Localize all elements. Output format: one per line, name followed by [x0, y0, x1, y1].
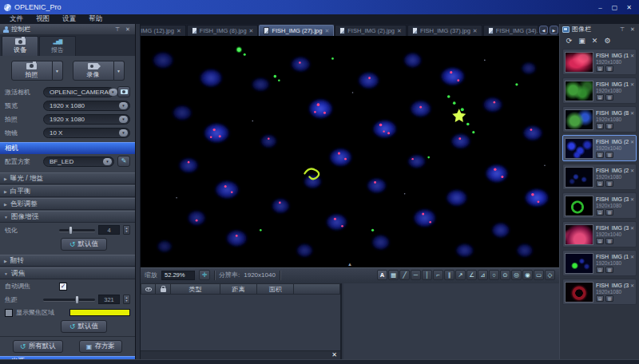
- rectangle-tool[interactable]: ▭: [534, 270, 544, 280]
- save-image-icon[interactable]: ▤: [596, 123, 604, 129]
- active-camera-select[interactable]: OPLENIC_CAMERA ▼: [43, 87, 114, 97]
- tab-close-icon[interactable]: ✕: [177, 28, 181, 34]
- thumbnail-image[interactable]: [565, 224, 593, 245]
- pin-icon[interactable]: ⊤: [113, 26, 121, 33]
- close-icon[interactable]: ✕: [630, 254, 634, 259]
- lock-column-header[interactable]: [156, 283, 171, 295]
- all-default-button[interactable]: ↺ 所有默认: [13, 340, 63, 353]
- thumbnail-item[interactable]: FISH_IMG (3✕ 1920x1040 ▤▥: [562, 221, 637, 247]
- thumbnail-item[interactable]: FISH_IMG (1✕ 1920x1080 ▤▥: [562, 77, 637, 104]
- record-button[interactable]: 录像: [73, 61, 114, 81]
- polyline-tool[interactable]: ⌐: [433, 270, 443, 280]
- flip-section-header[interactable]: ▶ 翻转: [0, 255, 135, 267]
- objective-select[interactable]: 10 X ▼: [43, 128, 130, 138]
- close-icon[interactable]: ✕: [630, 110, 634, 116]
- export-image-icon[interactable]: ▥: [605, 65, 613, 72]
- document-tab-active[interactable]: FISH_IMG (27).jpg ✕: [259, 25, 334, 36]
- close-button[interactable]: ✕: [623, 2, 635, 12]
- save-all-icon[interactable]: ▣: [577, 37, 586, 45]
- thumbnail-item[interactable]: FISH_IMG (1✕ 1920x1080 ▤▥: [562, 49, 637, 75]
- ellipse-tool[interactable]: ◎: [511, 270, 522, 280]
- thumbnail-item[interactable]: FISH_IMG (3✕ 1920x1080 ▤▥: [562, 279, 637, 305]
- close-icon[interactable]: ✕: [630, 283, 634, 288]
- focus-area-color-swatch[interactable]: [69, 309, 130, 316]
- show-focus-area-checkbox[interactable]: ✓: [5, 309, 13, 317]
- document-tab[interactable]: FISH_IMG (2).jpg ✕: [335, 25, 407, 36]
- close-icon[interactable]: ✕: [630, 225, 634, 231]
- profile-select[interactable]: BF_LED ▼: [43, 156, 114, 167]
- close-icon[interactable]: ✕: [630, 168, 634, 173]
- thumbnail-item-selected[interactable]: FISH_IMG (2✕ 1920x1040 ▤▥: [562, 135, 637, 161]
- focus-distance-slider[interactable]: [43, 299, 95, 301]
- save-image-icon[interactable]: ▤: [596, 295, 604, 302]
- thumbnail-image[interactable]: [565, 253, 593, 274]
- camera-section-header[interactable]: 相机: [0, 142, 135, 154]
- thumbnail-image[interactable]: [565, 282, 593, 303]
- save-image-icon[interactable]: ▤: [596, 238, 604, 244]
- profile-edit-button[interactable]: ✎: [117, 156, 130, 167]
- document-tab[interactable]: FISH_IMG (8).jpg ✕: [187, 25, 259, 36]
- sharpen-value[interactable]: 4: [98, 225, 120, 235]
- focus-distance-value[interactable]: 321: [98, 295, 120, 304]
- horizontal-line-tool[interactable]: ─: [411, 270, 421, 280]
- focus-section-header[interactable]: ▼ 调焦: [0, 267, 135, 279]
- color-overlay-tool[interactable]: ▦: [388, 270, 399, 280]
- record-options-dropdown[interactable]: ▼: [114, 61, 125, 81]
- viewer-collapse-handle[interactable]: ▲: [347, 262, 352, 267]
- save-image-icon[interactable]: ▤: [596, 152, 604, 158]
- capture-resolution-select[interactable]: 1920 x 1080 ▼: [43, 114, 130, 125]
- thumbnail-image[interactable]: [565, 167, 593, 188]
- export-image-icon[interactable]: ▥: [605, 267, 613, 273]
- gear-icon[interactable]: ⚙: [603, 37, 612, 45]
- export-image-icon[interactable]: ▥: [605, 123, 613, 129]
- thumbnail-item[interactable]: FISH_IMG (1✕ 1920x1080 ▤▥: [562, 250, 637, 276]
- save-image-icon[interactable]: ▤: [596, 65, 604, 72]
- save-image-icon[interactable]: ▤: [596, 267, 604, 273]
- export-image-icon[interactable]: ▥: [605, 238, 613, 244]
- visibility-column-header[interactable]: [141, 283, 156, 295]
- focus-default-button[interactable]: ↺ 默认值: [61, 320, 107, 333]
- save-image-icon[interactable]: ▤: [596, 180, 604, 187]
- text-annotation-tool[interactable]: A: [377, 270, 387, 280]
- menu-settings[interactable]: 设置: [56, 14, 82, 24]
- image-canvas[interactable]: ▲: [141, 36, 559, 267]
- save-profile-button[interactable]: ▣ 存方案: [79, 340, 122, 353]
- snapshot-button[interactable]: 拍照: [11, 61, 53, 81]
- tab-report[interactable]: ▂▅▇ 报告: [39, 36, 76, 56]
- snapshot-options-dropdown[interactable]: ▼: [53, 61, 63, 81]
- angle-tool[interactable]: ∠: [466, 270, 477, 280]
- thumbnail-image[interactable]: [565, 196, 593, 216]
- vertical-line-tool[interactable]: │: [422, 270, 432, 280]
- parallel-lines-tool[interactable]: ∥: [444, 270, 454, 280]
- thumbnail-image[interactable]: [565, 52, 593, 73]
- close-icon[interactable]: ✕: [630, 196, 634, 202]
- sharpen-slider[interactable]: [59, 229, 95, 231]
- thumbnail-item[interactable]: FISH_IMG (2✕ 1920x1080 ▤▥: [562, 164, 637, 190]
- export-image-icon[interactable]: ▥: [605, 180, 613, 187]
- tab-device[interactable]: 设备: [2, 36, 38, 56]
- minimize-button[interactable]: –: [594, 2, 606, 12]
- thumbnail-image[interactable]: [565, 81, 593, 101]
- exposure-section-header[interactable]: ▶ 曝光 / 增益: [0, 172, 135, 184]
- save-image-icon[interactable]: ▤: [596, 209, 604, 216]
- white-balance-section-header[interactable]: ▶ 白平衡: [0, 185, 135, 197]
- polygon-tool[interactable]: ◇: [545, 270, 555, 280]
- document-tab[interactable]: FISH_IMG (37).jpg ✕: [407, 25, 482, 36]
- type-column-header[interactable]: 类型: [171, 283, 220, 295]
- center-circle-tool[interactable]: ⊙: [500, 270, 510, 280]
- sharpen-stepper[interactable]: ▲▼: [123, 225, 130, 235]
- export-image-icon[interactable]: ▥: [605, 295, 613, 302]
- thumbnail-image[interactable]: [565, 138, 593, 159]
- thumbnail-item[interactable]: FISH_IMG (3✕ 1920x1080 ▤▥: [562, 192, 637, 219]
- save-image-icon[interactable]: ▤: [596, 94, 604, 101]
- document-tab[interactable]: FISH_IMG (12).jpg ✕: [141, 25, 186, 36]
- preview-resolution-select[interactable]: 1920 x 1080 ▼: [43, 101, 130, 111]
- export-image-icon[interactable]: ▥: [605, 94, 613, 101]
- area-column-header[interactable]: 面积: [257, 283, 294, 295]
- close-icon[interactable]: ✕: [630, 139, 634, 144]
- three-point-angle-tool[interactable]: ⊿: [478, 270, 488, 280]
- menu-view[interactable]: 视图: [30, 14, 56, 24]
- focus-distance-slider-handle[interactable]: [75, 295, 79, 304]
- close-all-icon[interactable]: ✕: [590, 37, 599, 45]
- tab-close-icon[interactable]: ✕: [249, 28, 254, 34]
